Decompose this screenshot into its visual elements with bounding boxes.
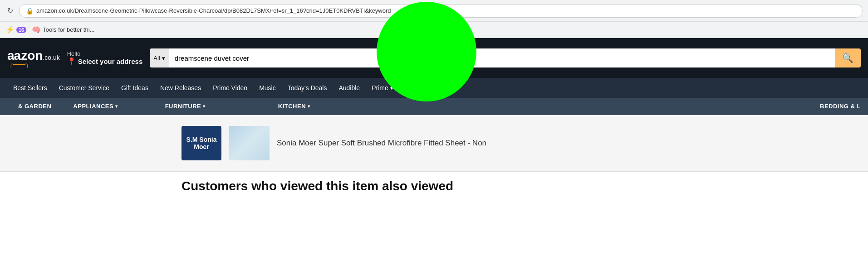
appliances-dropdown-icon: ▾ — [115, 104, 118, 109]
nav-label-customer-service: Customer Service — [59, 84, 109, 92]
hello-text: Hello — [67, 50, 143, 57]
amazon-header: a azon .co.uk ╭——╮ Hello 📍 Select your a… — [0, 38, 868, 78]
dropdown-arrow-icon: ▾ — [162, 55, 165, 62]
ext-label: Tools for better thi... — [43, 26, 94, 33]
amazon-logo[interactable]: a azon .co.uk ╭——╮ — [7, 48, 60, 68]
nav-label-prime-video: Prime Video — [213, 84, 247, 92]
reload-button[interactable]: ↻ — [5, 6, 15, 15]
nav-item-prime-video[interactable]: Prime Video — [207, 78, 253, 98]
sub-nav-label-furniture: FURNITURE — [165, 103, 201, 110]
product-image-inner — [229, 126, 270, 160]
sub-nav-label-garden: & GARDEN — [18, 103, 51, 110]
sub-nav-garden[interactable]: & GARDEN — [7, 98, 62, 115]
nav-item-gift-ideas[interactable]: Gift Ideas — [115, 78, 154, 98]
logo-domain: .co.uk — [43, 54, 59, 61]
extension-lightning[interactable]: ⚡ 16 — [5, 25, 26, 34]
search-category-dropdown[interactable]: All ▾ — [150, 48, 169, 68]
nav-item-best-sellers[interactable]: Best Sellers — [7, 78, 53, 98]
product-title[interactable]: Sonia Moer Super Soft Brushed Microfibre… — [277, 139, 687, 148]
brand-logo[interactable]: S.M Sonia Moer — [181, 126, 221, 160]
logo-arrow: ╭——╮ — [7, 60, 29, 68]
sub-nav-label-kitchen: KITCHEN — [278, 103, 306, 110]
search-input[interactable] — [169, 48, 835, 68]
furniture-dropdown-icon: ▾ — [203, 104, 206, 109]
kitchen-dropdown-icon: ▾ — [308, 104, 310, 109]
sub-nav-kitchen[interactable]: KITCHEN ▾ — [242, 98, 347, 115]
search-icon: 🔍 — [842, 53, 853, 63]
url-text: amazon.co.uk/Dreamscene-Geometric-Pillow… — [36, 7, 391, 14]
product-image[interactable] — [229, 126, 270, 160]
nav-item-todays-deals[interactable]: Today's Deals — [282, 78, 333, 98]
nav-label-todays-deals: Today's Deals — [288, 84, 327, 92]
brand-logo-text: S.M Sonia Moer — [181, 136, 221, 150]
lock-icon: 🔒 — [26, 7, 34, 14]
page-title-section: Customers who viewed this item also view… — [0, 172, 868, 201]
address-selector[interactable]: Hello 📍 Select your address — [67, 50, 143, 66]
sub-nav-furniture[interactable]: FURNITURE ▾ — [129, 98, 242, 115]
search-button[interactable]: 🔍 — [835, 48, 861, 68]
nav-label-music: Music — [259, 84, 276, 92]
sub-nav-label-appliances: APPLIANCES — [73, 103, 113, 110]
ext-badge: 16 — [16, 27, 26, 33]
product-row: S.M Sonia Moer Sonia Moer Super Soft Bru… — [0, 122, 868, 164]
nav-item-audible[interactable]: Audible — [333, 78, 366, 98]
nav-label-audible: Audible — [338, 84, 360, 92]
brain-icon: 🧠 — [32, 25, 41, 34]
nav-item-music[interactable]: Music — [253, 78, 282, 98]
nav-label-new-releases: New Releases — [160, 84, 201, 92]
search-bar: All ▾ 🔍 — [150, 48, 861, 68]
select-address-text: Select your address — [78, 58, 143, 65]
nav-label-prime: Prime — [372, 84, 388, 92]
lightning-icon: ⚡ — [5, 25, 15, 34]
nav-label-best-sellers: Best Sellers — [13, 84, 47, 92]
page-title: Customers who viewed this item also view… — [181, 179, 687, 193]
sub-nav-label-bedding: BEDDING & L — [820, 103, 861, 110]
extension-brain[interactable]: 🧠 Tools for better thi... — [32, 25, 94, 34]
nav-label-gift-ideas: Gift Ideas — [121, 84, 148, 92]
sub-nav-appliances[interactable]: APPLIANCES ▾ — [62, 98, 128, 115]
green-circle-overlay — [377, 2, 476, 101]
nav-item-new-releases[interactable]: New Releases — [154, 78, 207, 98]
search-category-label: All — [153, 55, 160, 62]
location-icon: 📍 — [67, 57, 76, 66]
product-ad-section: S.M Sonia Moer Sonia Moer Super Soft Bru… — [0, 115, 868, 172]
sub-nav-bedding[interactable]: BEDDING & L — [809, 98, 861, 115]
nav-item-customer-service[interactable]: Customer Service — [53, 78, 115, 98]
